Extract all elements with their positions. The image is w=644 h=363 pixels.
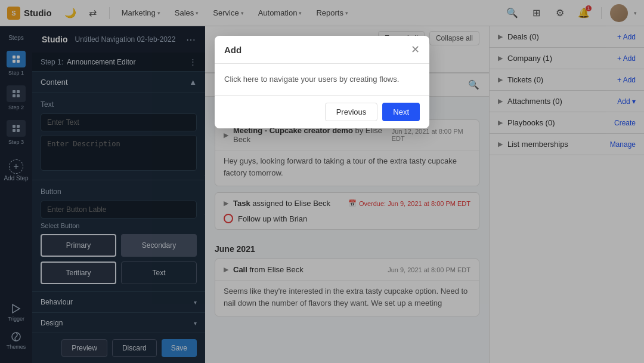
modal-previous-button[interactable]: Previous	[325, 103, 378, 121]
modal-close-button[interactable]: ✕	[411, 44, 420, 55]
modal-body: Click here to navigate your users by cre…	[215, 64, 429, 95]
modal-body-text: Click here to navigate your users by cre…	[224, 73, 420, 85]
modal-header: Add ✕	[215, 36, 429, 64]
modal-footer: Previous Next	[215, 95, 429, 128]
modal-title: Add	[224, 45, 242, 55]
add-modal: Add ✕ Click here to navigate your users …	[215, 36, 429, 128]
modal-next-button[interactable]: Next	[382, 103, 420, 121]
modal-overlay[interactable]: Add ✕ Click here to navigate your users …	[0, 0, 644, 363]
